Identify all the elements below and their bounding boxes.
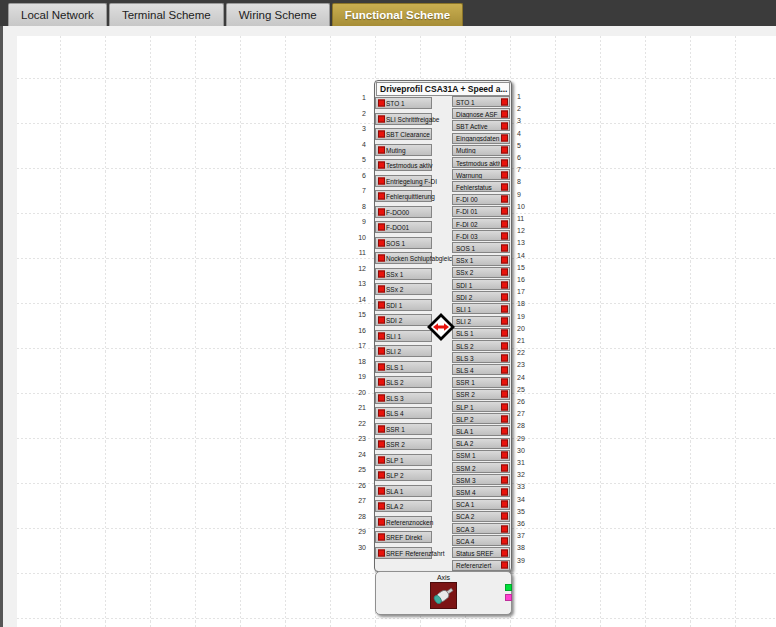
pin-box[interactable]: SSR 2	[452, 389, 510, 400]
pin-box[interactable]: Referenznocken	[375, 516, 432, 528]
pin-box[interactable]: SLS 2	[452, 340, 510, 351]
pin-label: SLA 1	[456, 427, 500, 434]
pin-box[interactable]: SLP 2	[375, 469, 432, 481]
pin-box[interactable]: F-DI 00	[452, 194, 510, 205]
pin-box[interactable]: SLP 1	[452, 401, 510, 412]
move-horizontal-icon[interactable]	[427, 313, 455, 341]
pin-box[interactable]: SLA 2	[452, 438, 510, 449]
pin-box[interactable]: SSR 1	[452, 377, 510, 388]
pin-number: 13	[517, 238, 535, 248]
pin-label: Nocken Schlupfabgleich	[386, 255, 456, 262]
pin-box[interactable]: SLA 1	[452, 425, 510, 436]
pin-box[interactable]: SLP 1	[375, 454, 432, 466]
pin-label: SDI 2	[386, 317, 402, 324]
pin-box[interactable]: SSM 2	[452, 462, 510, 473]
pin-box[interactable]: SDI 2	[375, 314, 432, 326]
pin-box[interactable]: SDI 1	[375, 299, 432, 311]
pin-box[interactable]: F-DO00	[375, 206, 432, 218]
pin-box[interactable]: Fehlerquittierung	[375, 190, 432, 202]
pin-box[interactable]: F-DI 03	[452, 230, 510, 241]
pin-box[interactable]: SBT Clearance	[375, 128, 432, 140]
pin-box[interactable]: SLS 1	[452, 328, 510, 339]
pin-box[interactable]: Warnung	[452, 169, 510, 180]
pin-box[interactable]: SOS 1	[452, 242, 510, 253]
pin-box[interactable]: SLI 2	[452, 316, 510, 327]
tab-local-network[interactable]: Local Network	[8, 3, 107, 26]
pin-number: 23	[348, 434, 366, 444]
pin-number: 29	[517, 434, 535, 444]
pin-box[interactable]: SSR 1	[375, 423, 432, 435]
pin-box[interactable]: Muting	[375, 144, 432, 156]
pin-box[interactable]: Fehlerstatus	[452, 181, 510, 192]
pin-number: 10	[517, 202, 535, 212]
pin-box[interactable]: SSM 4	[452, 486, 510, 497]
pin-box[interactable]: F-DI 01	[452, 206, 510, 217]
pin-box[interactable]: SLP 2	[452, 413, 510, 424]
pin-box[interactable]: SLS 3	[375, 392, 432, 404]
pin-marker	[378, 472, 385, 479]
axis-port-magenta[interactable]	[505, 594, 512, 601]
pin-box[interactable]: SLS 4	[375, 407, 432, 419]
pin-box[interactable]: Muting	[452, 145, 510, 156]
pin-marker	[501, 183, 508, 190]
pin-box[interactable]: Entriegelung F-DI	[375, 175, 432, 187]
tab-functional-scheme[interactable]: Functional Scheme	[332, 3, 463, 26]
pin-box[interactable]: STO 1	[452, 96, 510, 107]
pin-box[interactable]: F-DI 02	[452, 218, 510, 229]
pin-box[interactable]: SBT Active	[452, 120, 510, 131]
pin-label: STO 1	[456, 98, 500, 105]
pin-box[interactable]: SLS 1	[375, 361, 432, 373]
pin-box[interactable]: SSM 1	[452, 450, 510, 461]
pin-box[interactable]: SCA 3	[452, 523, 510, 534]
pin-box[interactable]: F-DO01	[375, 221, 432, 233]
pin-marker	[501, 98, 508, 105]
pin-label: Fehlerstatus	[456, 183, 500, 190]
motor-icon[interactable]	[430, 582, 457, 609]
pin-box[interactable]: Eingangsdaten gü	[452, 133, 510, 144]
pin-box[interactable]: SLA 2	[375, 500, 432, 512]
axis-port-green[interactable]	[505, 584, 512, 591]
pin-box[interactable]: SCA 2	[452, 511, 510, 522]
pin-marker	[378, 270, 385, 277]
pin-box[interactable]: SDI 1	[452, 279, 510, 290]
pin-box[interactable]: SLS 2	[375, 376, 432, 388]
pin-label: SOS 1	[386, 239, 405, 246]
pin-label: SLA 2	[456, 440, 500, 447]
pin-marker	[501, 366, 508, 373]
pin-box[interactable]: SSx 1	[375, 268, 432, 280]
pin-marker	[501, 196, 508, 203]
function-block-title[interactable]: Driveprofil CSA31A + Speed a...	[376, 82, 510, 96]
pin-box[interactable]: SCA 1	[452, 499, 510, 510]
pin-box[interactable]: SREF Referenzfahrt	[375, 547, 432, 559]
pin-box[interactable]: Status SREF	[452, 547, 510, 558]
pin-box[interactable]: SSx 2	[452, 267, 510, 278]
pin-box[interactable]: STO 1	[375, 97, 432, 109]
pin-box[interactable]: SREF Direkt	[375, 531, 432, 543]
pin-marker	[378, 332, 385, 339]
pin-box[interactable]: SLS 3	[452, 352, 510, 363]
pin-box[interactable]: SSR 2	[375, 438, 432, 450]
pin-marker	[501, 562, 508, 569]
tab-wiring-scheme[interactable]: Wiring Scheme	[226, 3, 330, 26]
pin-box[interactable]: SLI 1	[375, 330, 432, 342]
pin-number: 8	[348, 202, 366, 212]
pin-box[interactable]: Referenziert	[452, 560, 510, 571]
pin-box[interactable]: SCA 4	[452, 535, 510, 546]
pin-box[interactable]: Testmodus aktiv	[452, 157, 510, 168]
pin-box[interactable]: SLA 1	[375, 485, 432, 497]
pin-box[interactable]: SLS 4	[452, 364, 510, 375]
pin-box[interactable]: SOS 1	[375, 237, 432, 249]
tab-terminal-scheme[interactable]: Terminal Scheme	[109, 3, 224, 26]
pin-number: 24	[517, 373, 535, 383]
pin-box[interactable]: Diagnose ASF	[452, 108, 510, 119]
pin-box[interactable]: SSM 3	[452, 474, 510, 485]
pin-box[interactable]: Nocken Schlupfabgleich	[375, 252, 432, 264]
pin-box[interactable]: SLI 1	[452, 303, 510, 314]
pin-box[interactable]: SDI 2	[452, 291, 510, 302]
pin-box[interactable]: SSx 1	[452, 255, 510, 266]
pin-marker	[501, 257, 508, 264]
pin-box[interactable]: SLI Schrittfreigabe	[375, 113, 432, 125]
pin-box[interactable]: Testmodus aktiv	[375, 159, 432, 171]
pin-box[interactable]: SLI 2	[375, 345, 432, 357]
pin-box[interactable]: SSx 2	[375, 283, 432, 295]
